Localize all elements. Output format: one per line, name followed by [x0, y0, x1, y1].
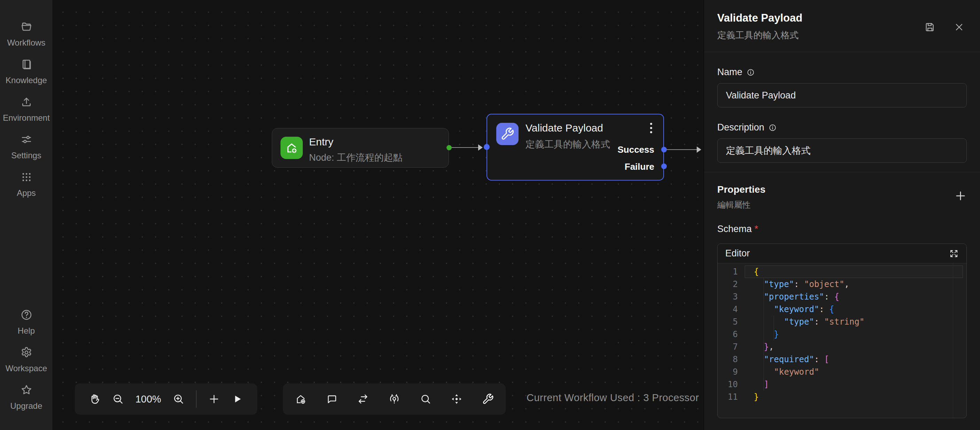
- line-number: 4: [718, 303, 745, 316]
- edge-arrowhead: [478, 144, 483, 151]
- name-label-text: Name: [717, 67, 742, 78]
- comment-button[interactable]: [326, 393, 338, 405]
- pan-hand-button[interactable]: [89, 393, 100, 405]
- line-number: 11: [718, 391, 745, 403]
- code-text: }: [745, 328, 963, 341]
- node-config-panel: Validate Payload 定義工具的輸入格式 Name Descript…: [704, 0, 980, 430]
- move-button[interactable]: [451, 393, 463, 405]
- entry-output-handle[interactable]: [447, 145, 452, 150]
- required-marker: *: [754, 224, 758, 234]
- line-number: 10: [718, 378, 745, 391]
- node-entry[interactable]: Entry Node: 工作流程的起點: [272, 128, 449, 168]
- node-menu-icon[interactable]: [650, 123, 652, 133]
- book-icon: [20, 58, 33, 72]
- add-node-button[interactable]: [208, 393, 220, 405]
- code-line-6[interactable]: 6 }: [718, 328, 966, 341]
- beacon-button[interactable]: [388, 393, 400, 405]
- code-line-10[interactable]: 10 ]: [718, 378, 966, 391]
- save-icon[interactable]: [924, 22, 935, 33]
- code-text: }: [745, 391, 963, 403]
- close-icon[interactable]: [953, 22, 965, 33]
- sidebar-item-knowledge[interactable]: Knowledge: [0, 58, 52, 85]
- info-icon[interactable]: [768, 124, 777, 132]
- wrench-icon: [500, 127, 514, 141]
- swap-arrows-button[interactable]: [357, 393, 369, 405]
- canvas-tools-toolbar: [283, 383, 506, 415]
- sidebar-item-help[interactable]: Help: [0, 309, 52, 336]
- star-icon: [20, 384, 33, 398]
- edge-success-out: [667, 149, 697, 150]
- properties-title: Properties: [717, 184, 967, 195]
- house-plus-icon: [285, 141, 299, 155]
- code-line-2[interactable]: 2 "type": "object",: [718, 278, 966, 290]
- description-field-label: Description: [717, 122, 967, 133]
- line-number: 6: [718, 328, 745, 341]
- properties-subtitle: 編輯屬性: [717, 199, 967, 211]
- zoom-in-button[interactable]: [173, 393, 185, 405]
- info-icon[interactable]: [746, 68, 755, 76]
- add-property-button[interactable]: [954, 190, 967, 202]
- code-text: "type": "object",: [745, 278, 963, 290]
- validate-node-title: Validate Payload: [525, 122, 603, 134]
- line-number: 3: [718, 290, 745, 303]
- description-field[interactable]: [717, 138, 967, 163]
- failure-output-handle[interactable]: [661, 163, 667, 169]
- code-line-8[interactable]: 8 "required": [: [718, 353, 966, 366]
- success-output-handle[interactable]: [661, 147, 667, 152]
- code-line-3[interactable]: 3 "properties": {: [718, 290, 966, 303]
- properties-section: Properties 編輯屬性: [717, 184, 967, 211]
- expand-icon[interactable]: [949, 249, 959, 259]
- name-field-label: Name: [717, 67, 967, 78]
- sidebar-item-apps[interactable]: Apps: [0, 171, 52, 198]
- code-line-1[interactable]: 1{: [718, 265, 966, 278]
- code-text: ]: [745, 378, 963, 391]
- editor-scroll-track: [953, 263, 953, 418]
- code-text: },: [745, 341, 963, 353]
- sidebar-item-upgrade[interactable]: Upgrade: [0, 384, 52, 411]
- edge-entry-to-validate: [452, 147, 478, 148]
- entry-node-icon: [280, 137, 303, 159]
- validate-input-handle[interactable]: [484, 144, 490, 150]
- line-number: 1: [718, 265, 745, 278]
- sidebar-item-settings[interactable]: Settings: [0, 133, 52, 160]
- section-divider: [704, 172, 980, 172]
- sidebar-bottom-group: HelpWorkspaceUpgrade: [0, 303, 52, 416]
- search-button[interactable]: [420, 393, 431, 405]
- sidebar-item-workspace[interactable]: Workspace: [0, 346, 52, 373]
- sidebar: WorkflowsKnowledgeEnvironmentSettingsApp…: [0, 0, 53, 430]
- sidebar-item-environment[interactable]: Environment: [0, 96, 52, 123]
- sidebar-item-label: Help: [18, 326, 35, 336]
- sidebar-item-label: Workflows: [7, 38, 45, 48]
- code-text: "required": [: [745, 353, 963, 366]
- editor-title: Editor: [725, 248, 750, 259]
- zoom-out-button[interactable]: [112, 393, 124, 405]
- indent-guide: [764, 278, 764, 391]
- validate-node-subtitle: 定義工具的輸入格式: [525, 138, 610, 151]
- sidebar-item-label: Workspace: [6, 363, 47, 373]
- entry-node-title: Entry: [309, 136, 333, 148]
- schema-label-text: Schema: [717, 224, 752, 234]
- editor-code-area[interactable]: 1{2 "type": "object",3 "properties": {4 …: [718, 263, 966, 418]
- node-validate-payload[interactable]: Validate Payload 定義工具的輸入格式 Success Failu…: [487, 114, 664, 181]
- line-number: 9: [718, 366, 745, 378]
- run-workflow-button[interactable]: [231, 393, 243, 405]
- description-label-text: Description: [717, 122, 764, 133]
- code-line-9[interactable]: 9 "keyword": [718, 366, 966, 378]
- panel-body: Name Description Properties 編輯屬性 Schema*: [704, 52, 980, 430]
- code-text: "type": "string": [745, 316, 963, 328]
- code-line-5[interactable]: 5 "type": "string": [718, 316, 966, 328]
- house-plus-button[interactable]: [295, 393, 307, 405]
- code-line-4[interactable]: 4 "keyword": {: [718, 303, 966, 316]
- editor-header: Editor: [718, 244, 966, 263]
- code-text: "keyword": {: [745, 303, 963, 316]
- code-line-7[interactable]: 7 },: [718, 341, 966, 353]
- sidebar-item-label: Settings: [11, 151, 41, 160]
- code-text: {: [745, 265, 963, 278]
- workflow-canvas[interactable]: Entry Node: 工作流程的起點 Validate Payload 定義工…: [53, 0, 704, 430]
- wrench-button[interactable]: [482, 393, 494, 405]
- code-text: "properties": {: [745, 290, 963, 303]
- name-field[interactable]: [717, 83, 967, 108]
- panel-header: Validate Payload 定義工具的輸入格式: [704, 0, 980, 52]
- code-line-11[interactable]: 11}: [718, 391, 966, 403]
- sidebar-item-workflows[interactable]: Workflows: [0, 21, 52, 48]
